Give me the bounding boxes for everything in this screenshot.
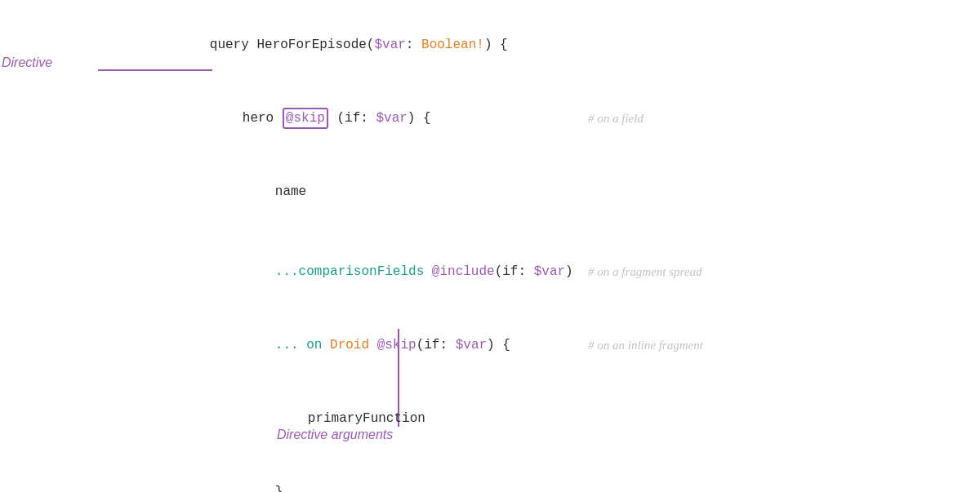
code-line-blank1 xyxy=(114,228,573,235)
code-line-7: } xyxy=(114,455,573,492)
main-container: Directive Directive arguments query Hero… xyxy=(0,0,980,492)
code-line-6: primaryFunction xyxy=(114,382,573,455)
code-line-4: ...comparisonFields @include(if: $var) #… xyxy=(114,235,573,308)
code-line-3: name xyxy=(114,155,573,228)
code-line-1: query HeroForEpisode($var: Boolean!) { xyxy=(114,8,573,82)
code-line-5: ... on Droid @skip(if: $var) { # on an i… xyxy=(114,308,573,382)
code-line-2: hero @skip (if: $var) { # on a field xyxy=(114,82,573,155)
code-area: query HeroForEpisode($var: Boolean!) { h… xyxy=(114,8,573,492)
directive-label: Directive xyxy=(2,55,52,70)
skip-directive-box: @skip xyxy=(283,108,328,129)
